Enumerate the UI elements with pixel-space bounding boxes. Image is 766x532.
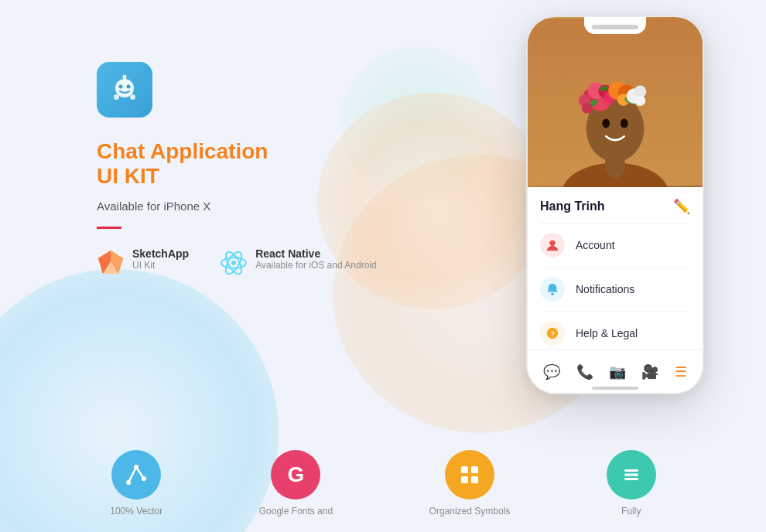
app-title-line1: Chat Application (97, 139, 377, 164)
react-name: React Native (255, 247, 377, 260)
symbols-circle (445, 450, 494, 500)
menu-item-account[interactable]: Account (540, 223, 690, 268)
nav-chat-icon[interactable]: 💬 (543, 363, 560, 380)
svg-rect-53 (624, 469, 638, 472)
sketchapp-name: SketchApp (132, 247, 189, 260)
nav-video-icon[interactable]: 🎥 (641, 363, 658, 380)
feature-fully: Fully (607, 450, 656, 517)
left-panel: Chat Application UI KIT Available for iP… (97, 62, 377, 277)
edit-icon[interactable]: ✏️ (673, 198, 690, 215)
svg-point-47 (142, 476, 146, 481)
bottom-features: 100% Vector G Google Fonts and Organized… (0, 450, 766, 517)
svg-rect-54 (624, 474, 638, 476)
feature-vector: 100% Vector (110, 450, 162, 517)
tool-react: React Native Available for iOS and Andro… (220, 247, 377, 277)
profile-header: Hang Trinh ✏️ (540, 187, 690, 223)
svg-point-0 (115, 79, 134, 97)
notch-speaker (592, 25, 638, 29)
fonts-label: Google Fonts and (259, 506, 333, 517)
notifications-icon-circle (540, 277, 565, 302)
svg-point-22 (602, 119, 610, 128)
react-desc: Available for iOS and Android (255, 260, 377, 271)
help-icon-circle: ? (540, 321, 565, 346)
phone-frame: Hang Trinh ✏️ Account Notifications (526, 15, 704, 394)
phone-mockup: Hang Trinh ✏️ Account Notifications (526, 15, 704, 394)
menu-item-notifications[interactable]: Notifications (540, 268, 690, 312)
svg-point-16 (231, 261, 236, 265)
symbols-label: Organized Symbols (429, 506, 511, 517)
sketchapp-text: SketchApp UI Kit (132, 247, 189, 271)
svg-point-37 (635, 95, 646, 106)
svg-point-48 (126, 480, 131, 485)
svg-rect-50 (471, 466, 478, 473)
svg-rect-49 (461, 466, 468, 473)
sketchapp-desc: UI Kit (132, 260, 189, 271)
svg-point-1 (119, 85, 123, 89)
svg-point-40 (549, 240, 555, 246)
google-g-icon: G (288, 462, 305, 487)
svg-rect-51 (461, 476, 468, 483)
svg-point-39 (582, 103, 593, 114)
phone-notch (584, 17, 646, 34)
svg-rect-55 (624, 478, 638, 480)
svg-point-23 (621, 119, 628, 128)
app-title-line2: UI KIT (97, 164, 377, 189)
vector-label: 100% Vector (110, 506, 162, 517)
feature-fonts: G Google Fonts and (259, 450, 333, 517)
svg-point-6 (123, 75, 127, 79)
react-icon (220, 249, 248, 277)
app-subtitle: Available for iPhone X (97, 200, 377, 213)
nav-menu-icon[interactable]: ☰ (675, 363, 687, 380)
svg-rect-52 (471, 476, 478, 483)
vector-circle (111, 450, 161, 500)
divider (97, 227, 121, 229)
svg-rect-4 (130, 94, 135, 100)
svg-point-2 (127, 85, 131, 89)
help-label: Help & Legal (576, 327, 638, 339)
account-label: Account (576, 239, 615, 251)
app-icon (97, 62, 152, 118)
sketch-icon (97, 249, 125, 277)
account-icon-circle (540, 233, 565, 257)
nav-camera-icon[interactable]: 📷 (609, 363, 626, 380)
tool-sketchapp: SketchApp UI Kit (97, 247, 189, 277)
svg-text:?: ? (550, 330, 555, 338)
profile-name: Hang Trinh (540, 200, 605, 213)
home-indicator (592, 387, 638, 390)
fonts-circle: G (271, 450, 320, 500)
react-text: React Native Available for iOS and Andro… (255, 247, 377, 271)
fully-label: Fully (621, 506, 641, 517)
profile-photo (528, 17, 703, 187)
svg-rect-3 (114, 94, 119, 100)
tools-row: SketchApp UI Kit React Native Available … (97, 247, 377, 277)
svg-point-41 (551, 293, 554, 296)
svg-point-46 (134, 465, 138, 469)
feature-symbols: Organized Symbols (429, 450, 511, 517)
nav-call-icon[interactable]: 📞 (576, 363, 593, 380)
fully-circle (607, 450, 656, 500)
notifications-label: Notifications (576, 283, 634, 295)
